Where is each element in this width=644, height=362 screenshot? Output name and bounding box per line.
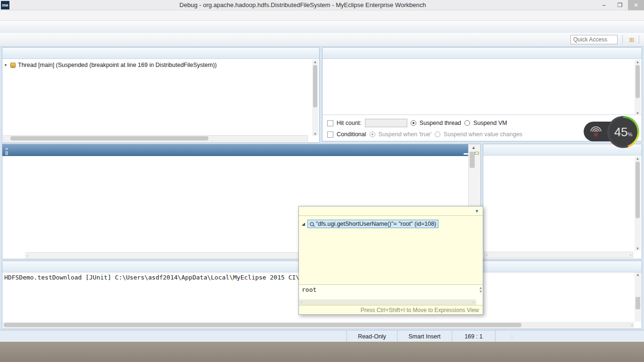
popup-value-vscroll[interactable]: ▲▼ xyxy=(479,286,482,294)
statusbar-handle: ⋮ xyxy=(510,334,515,339)
popup-header: ▼ xyxy=(299,206,483,216)
suspended-thread-icon xyxy=(10,63,16,68)
restore-window-button[interactable]: ❐ xyxy=(612,0,628,10)
app-logo-icon: me xyxy=(1,1,9,9)
expand-arrow-icon[interactable]: ▾ xyxy=(3,63,8,67)
windows-taskbar xyxy=(0,342,644,362)
outline-hscrollbar[interactable]: ‹› xyxy=(484,252,633,258)
popup-value-hscroll[interactable]: ‹› xyxy=(299,299,476,305)
wifi-disconnected-icon: ⊘ xyxy=(590,126,603,137)
inspect-popup: ▼ ◢ "dfs.ugi.getShortUserName()"= "root"… xyxy=(298,206,483,315)
overview-annotation-marker xyxy=(475,152,479,155)
title-bar: me Debug - org.apache.hadoop.hdfs.Distri… xyxy=(0,0,644,10)
thread-node[interactable]: ▾ Thread [main] (Suspended (breakpoint a… xyxy=(3,60,319,70)
inspect-icon xyxy=(310,222,314,226)
hit-count-input[interactable] xyxy=(365,119,407,127)
debug-vscrollbar[interactable]: ▲▼ xyxy=(312,60,318,136)
popup-value-pane[interactable]: root ▲▼ ‹› xyxy=(299,284,483,305)
suspend-change-radio[interactable] xyxy=(435,132,440,137)
console-hscrollbar[interactable]: › xyxy=(3,322,634,328)
writable-status: Read-Only xyxy=(347,330,397,342)
outline-view: ‹› ▲▼ xyxy=(483,144,642,259)
suspend-change-label: Suspend when value changes xyxy=(444,131,522,138)
expression-label: "dfs.ugi.getShortUserName()"= "root" (id… xyxy=(316,221,436,227)
expression-node[interactable]: ◢ "dfs.ugi.getShortUserName()"= "root" (… xyxy=(302,220,480,228)
perspective-bar: ⊞ xyxy=(622,35,641,44)
expand-arrow-icon[interactable]: ◢ xyxy=(302,222,305,226)
outline-list xyxy=(483,156,642,250)
main-toolbar xyxy=(0,21,644,33)
suspend-vm-label: Suspend VM xyxy=(473,120,507,126)
percent-gauge-overlay[interactable]: 45% xyxy=(607,116,639,148)
expression-value: root xyxy=(302,286,316,293)
cursor-position-status: 169 : 1 xyxy=(452,330,495,342)
suspend-true-label: Suspend when 'true' xyxy=(379,131,432,138)
breakpoints-list xyxy=(322,59,642,115)
suspend-thread-label: Suspend thread xyxy=(420,120,461,126)
open-perspective-button[interactable]: ⊞ xyxy=(627,35,636,44)
popup-menu-icon[interactable]: ▼ xyxy=(475,209,479,214)
debug-view-tabbar xyxy=(2,48,319,59)
gauge-percent: 45 xyxy=(614,125,628,139)
hit-count-checkbox[interactable] xyxy=(327,120,333,126)
secondary-toolbar: ⊞ xyxy=(0,33,644,47)
quick-access-input[interactable] xyxy=(570,35,618,44)
tab-overflow-button[interactable]: »8 xyxy=(5,146,8,156)
suspend-thread-radio[interactable] xyxy=(411,120,416,126)
debug-view: ▾ Thread [main] (Suspended (breakpoint a… xyxy=(2,47,320,143)
window-title: Debug - org.apache.hadoop.hdfs.Distribut… xyxy=(9,1,596,8)
editor-tabbar: »8 ▬ ▢ xyxy=(2,144,480,156)
console-vscrollbar[interactable]: ▲ xyxy=(635,272,641,321)
popup-hint: Press Ctrl+Shift+I to Move to Expression… xyxy=(361,307,479,313)
gauge-percent-sign: % xyxy=(628,132,633,137)
thread-label: Thread [main] (Suspended (breakpoint at … xyxy=(18,62,217,68)
insert-mode-status: Smart Insert xyxy=(397,330,452,342)
close-window-button[interactable]: ✕ xyxy=(628,0,644,10)
suspend-vm-radio[interactable] xyxy=(464,120,470,126)
debug-stack-tree: ▾ Thread [main] (Suspended (breakpoint a… xyxy=(2,59,319,131)
hit-count-label: Hit count: xyxy=(337,120,362,126)
breakpoints-vscrollbar[interactable]: ▲▼ xyxy=(635,60,641,115)
menu-bar xyxy=(0,10,644,21)
suspend-true-radio[interactable] xyxy=(370,132,375,137)
desktop: me Debug - org.apache.hadoop.hdfs.Distri… xyxy=(0,0,644,362)
minimize-window-button[interactable]: – xyxy=(596,0,612,10)
conditional-label: Conditional xyxy=(337,131,366,138)
status-bar: Read-Only Smart Insert 169 : 1 ⋮ xyxy=(0,330,644,342)
outline-vscrollbar[interactable]: ▲▼ xyxy=(635,156,641,251)
conditional-checkbox[interactable] xyxy=(327,132,333,138)
popup-expression-tree: ◢ "dfs.ugi.getShortUserName()"= "root" (… xyxy=(299,216,483,284)
debug-hscrollbar[interactable] xyxy=(3,135,308,141)
breakpoints-view-tabbar xyxy=(322,48,642,59)
